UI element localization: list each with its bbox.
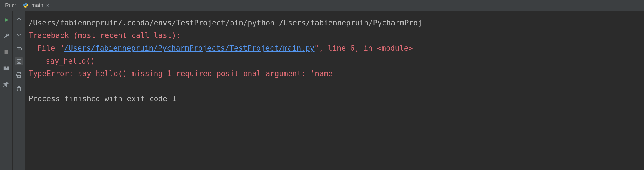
run-tab-bar: Run: main × <box>0 0 644 11</box>
pin-icon[interactable] <box>2 80 10 88</box>
file-line-prefix: File " <box>37 44 64 52</box>
scroll-to-end-icon[interactable] <box>15 57 23 65</box>
command-line: /Users/fabiennepruin/.conda/envs/TestPro… <box>29 19 422 27</box>
run-label: Run: <box>2 3 19 9</box>
python-file-icon <box>23 2 29 8</box>
traceback-call-line: say_hello() <box>46 57 95 65</box>
run-tab-main[interactable]: main × <box>19 0 53 11</box>
console-action-gutter <box>13 11 25 170</box>
console-output[interactable]: /Users/fabiennepruin/.conda/envs/TestPro… <box>25 11 644 170</box>
run-tab-label: main <box>31 2 43 8</box>
file-line-suffix: ", line 6, in <module> <box>315 44 413 52</box>
down-arrow-icon[interactable] <box>15 30 23 38</box>
exit-line: Process finished with exit code 1 <box>29 94 176 103</box>
layout-icon[interactable] <box>2 64 10 72</box>
svg-rect-4 <box>6 67 9 68</box>
traceback-file-link[interactable]: /Users/fabiennepruin/PycharmProjects/Tes… <box>64 44 315 52</box>
svg-rect-3 <box>3 67 6 68</box>
error-line: TypeError: say_hello() missing 1 require… <box>29 69 337 78</box>
print-icon[interactable] <box>15 71 23 79</box>
close-icon[interactable]: × <box>46 3 49 8</box>
up-arrow-icon[interactable] <box>15 16 23 24</box>
soft-wrap-icon[interactable] <box>15 44 23 52</box>
left-tool-gutter <box>0 11 13 170</box>
trash-icon[interactable] <box>15 85 23 93</box>
svg-rect-2 <box>4 50 8 54</box>
svg-point-1 <box>26 7 27 7</box>
traceback-header: Traceback (most recent call last): <box>29 31 181 40</box>
rerun-button[interactable] <box>2 16 10 24</box>
svg-point-0 <box>25 3 25 4</box>
svg-rect-5 <box>3 68 9 70</box>
wrench-icon[interactable] <box>2 32 10 40</box>
stop-button[interactable] <box>2 48 10 56</box>
